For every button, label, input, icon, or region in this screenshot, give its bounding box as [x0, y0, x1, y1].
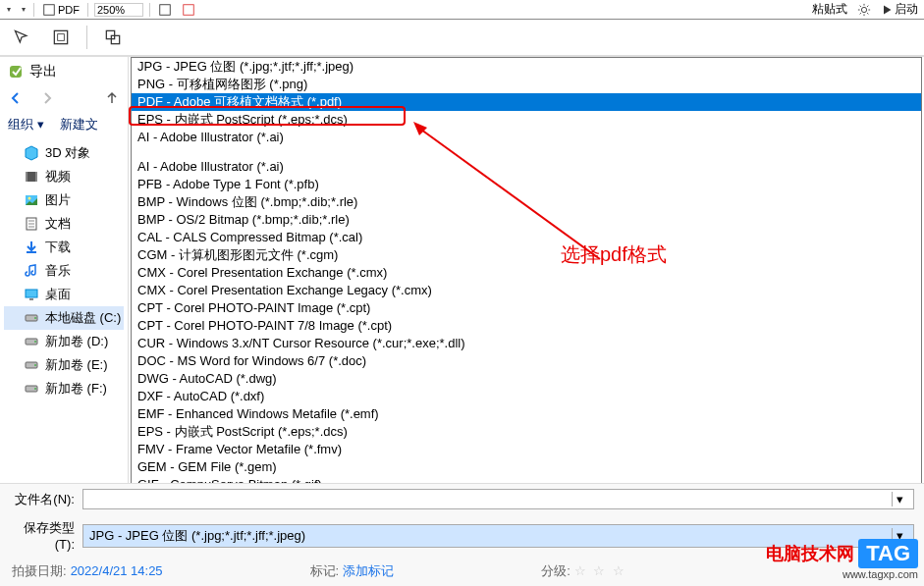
filetype-option[interactable]: DWG - AutoCAD (*.dwg) — [132, 370, 921, 388]
organize-btn[interactable]: 组织 ▾ — [8, 116, 44, 133]
svg-rect-19 — [26, 290, 37, 297]
frame-tool-icon[interactable] — [47, 24, 75, 51]
left-actions: 组织 ▾ 新建文 — [0, 110, 128, 139]
filetype-option[interactable]: EMF - Enhanced Windows Metafile (*.emf) — [132, 405, 921, 423]
filetype-option[interactable]: PDF - Adobe 可移植文档格式 (*.pdf) — [132, 93, 921, 111]
tree-item[interactable]: 文档 — [4, 212, 124, 236]
toggle-b[interactable] — [180, 3, 197, 17]
redo-btn[interactable]: ▾ — [19, 5, 27, 14]
filetype-option[interactable]: EPS - 内嵌式 PostScript (*.eps;*.dcs) — [132, 111, 921, 129]
svg-point-13 — [28, 197, 31, 200]
newfolder-btn[interactable]: 新建文 — [60, 116, 98, 133]
date-value[interactable]: 2022/4/21 14:25 — [71, 563, 163, 578]
zoom-input[interactable] — [94, 3, 143, 17]
filetype-option[interactable]: GEM - GEM File (*.gem) — [132, 458, 921, 476]
tag-label: 标记: — [310, 563, 340, 578]
copy-tool-icon[interactable] — [99, 24, 127, 51]
filetype-dropdown-list[interactable]: JPG - JPEG 位图 (*.jpg;*.jtf;*.jff;*.jpeg)… — [131, 57, 922, 535]
tree-item[interactable]: 视频 — [4, 165, 124, 188]
svg-rect-5 — [58, 34, 65, 41]
svg-point-24 — [34, 341, 36, 343]
up-icon[interactable] — [104, 90, 120, 106]
filetype-option[interactable]: PFB - Adobe Type 1 Font (*.pfb) — [132, 176, 921, 193]
filetype-option[interactable]: CPT - Corel PHOTO-PAINT 7/8 Image (*.cpt… — [132, 317, 921, 335]
svg-rect-20 — [29, 298, 33, 300]
filetype-option[interactable]: AI - Adobe Illustrator (*.ai) — [132, 158, 921, 176]
svg-rect-6 — [106, 30, 114, 38]
svg-rect-1 — [160, 4, 171, 15]
filetype-option[interactable]: CMX - Corel Presentation Exchange Legacy… — [132, 282, 921, 299]
tree-item[interactable]: 新加卷 (F:) — [4, 377, 124, 400]
filetype-option[interactable]: AI - Adobe Illustrator (*.ai) — [132, 129, 921, 146]
content-area: JPG - JPEG 位图 (*.jpg;*.jtf;*.jff;*.jpeg)… — [129, 57, 924, 547]
forward-icon[interactable] — [39, 90, 55, 106]
watermark: 电脑技术网 TAG www.tagxp.com — [766, 539, 918, 580]
filename-input[interactable]: ▾ — [82, 489, 914, 509]
settings-icon[interactable] — [855, 3, 873, 17]
filetype-option[interactable]: CGM - 计算机图形图元文件 (*.cgm) — [132, 246, 921, 264]
filetype-option[interactable]: BMP - Windows 位图 (*.bmp;*.dib;*.rle) — [132, 193, 921, 211]
pdf-export-btn[interactable]: PDF — [40, 3, 82, 17]
back-icon[interactable] — [8, 90, 24, 106]
tree-item[interactable]: 3D 对象 — [4, 141, 124, 165]
launch-btn[interactable]: 启动 — [879, 1, 920, 18]
paste-menu[interactable]: 粘贴式 — [810, 1, 849, 18]
svg-rect-11 — [35, 172, 37, 182]
tag-value[interactable]: 添加标记 — [343, 563, 394, 578]
toolbar-top: ▾ ▾ PDF 粘贴式 启动 — [0, 0, 924, 20]
filetype-option[interactable]: CPT - Corel PHOTO-PAINT Image (*.cpt) — [132, 299, 921, 317]
filetype-option[interactable]: JPG - JPEG 位图 (*.jpg;*.jtf;*.jff;*.jpeg) — [132, 58, 921, 76]
chevron-down-icon[interactable]: ▾ — [892, 492, 907, 506]
left-panel: 导出 组织 ▾ 新建文 3D 对象视频图片文档下载音乐桌面本地磁盘 (C:)新加… — [0, 57, 129, 547]
svg-rect-10 — [26, 172, 27, 182]
svg-point-26 — [34, 364, 36, 366]
svg-point-28 — [34, 388, 36, 390]
svg-rect-7 — [111, 35, 119, 43]
tree-item[interactable]: 桌面 — [4, 283, 124, 306]
tree-item[interactable]: 新加卷 (E:) — [4, 353, 124, 377]
toolbar-tools — [0, 20, 924, 57]
filetype-option[interactable]: CUR - Windows 3.x/NT Cursor Resource (*.… — [132, 335, 921, 352]
filetype-option[interactable]: FMV - Frame Vector Metafile (*.fmv) — [132, 441, 921, 458]
toggle-a[interactable] — [156, 3, 174, 17]
svg-rect-0 — [44, 4, 55, 15]
svg-point-22 — [34, 317, 36, 319]
nav-buttons — [0, 86, 128, 110]
filetype-option[interactable]: DXF - AutoCAD (*.dxf) — [132, 388, 921, 405]
rating-label: 分级: — [541, 563, 571, 578]
svg-rect-2 — [184, 4, 194, 15]
filetype-option[interactable]: BMP - OS/2 Bitmap (*.bmp;*.dib;*.rle) — [132, 211, 921, 229]
tree-item[interactable]: 新加卷 (D:) — [4, 330, 124, 353]
svg-point-3 — [861, 7, 866, 12]
filetype-option[interactable]: DOC - MS Word for Windows 6/7 (*.doc) — [132, 352, 921, 370]
annotation-text: 选择pdf格式 — [561, 241, 667, 268]
tree-item[interactable]: 本地磁盘 (C:) — [4, 306, 124, 330]
filetype-option[interactable]: CAL - CALS Compressed Bitmap (*.cal) — [132, 229, 921, 246]
filetype-option[interactable]: EPS - 内嵌式 PostScript (*.eps;*.dcs) — [132, 423, 921, 441]
tree-item[interactable]: 下载 — [4, 236, 124, 259]
main-area: 导出 组织 ▾ 新建文 3D 对象视频图片文档下载音乐桌面本地磁盘 (C:)新加… — [0, 57, 924, 547]
tree-item[interactable]: 图片 — [4, 188, 124, 212]
svg-rect-4 — [54, 30, 67, 43]
filename-label: 文件名(N): — [10, 491, 75, 508]
undo-btn[interactable]: ▾ — [4, 5, 13, 14]
select-tool-icon[interactable] — [8, 24, 35, 51]
filetype-option[interactable]: PNG - 可移植网络图形 (*.png) — [132, 76, 921, 93]
export-title: 导出 — [0, 57, 128, 86]
tree-item[interactable]: 音乐 — [4, 259, 124, 283]
filetype-option[interactable]: CMX - Corel Presentation Exchange (*.cmx… — [132, 264, 921, 282]
rating-stars[interactable]: ☆ ☆ ☆ — [574, 563, 626, 578]
filetype-label: 保存类型(T): — [10, 519, 75, 552]
date-label: 拍摄日期: — [12, 563, 67, 578]
